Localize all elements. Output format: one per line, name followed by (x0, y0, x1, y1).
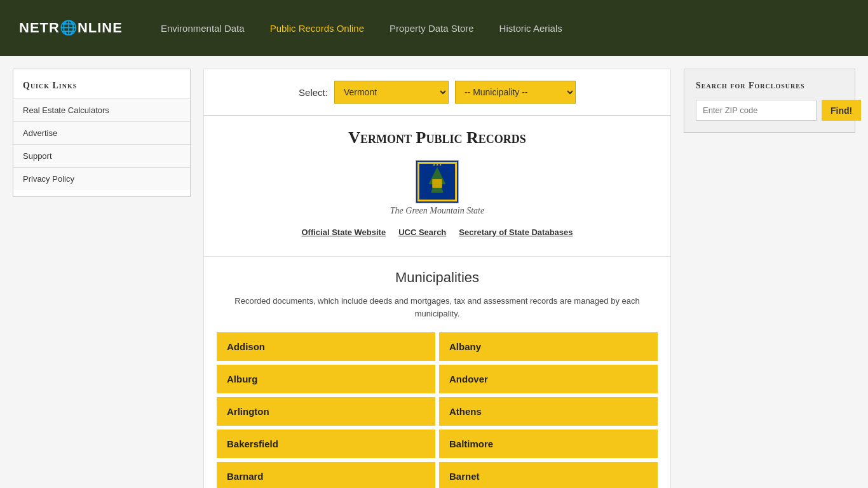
sidebar-item-advertise[interactable]: Advertise (13, 121, 190, 144)
main-content: Select: Vermont -- Municipality -- Vermo… (203, 69, 671, 488)
muni-albany[interactable]: Albany (439, 332, 658, 361)
nav-property-data-store[interactable]: Property Data Store (390, 23, 474, 34)
foreclosure-box: Search for Forclosures Find! (684, 69, 855, 133)
globe-icon: 🌐 (60, 20, 78, 36)
svg-rect-4 (417, 162, 419, 201)
ucc-search-link[interactable]: UCC Search (398, 227, 446, 237)
municipalities-title: Municipalities (217, 269, 658, 286)
foreclosure-title: Search for Forclosures (696, 81, 843, 91)
sidebar-item-real-estate-calculators[interactable]: Real Estate Calculators (13, 98, 190, 121)
left-sidebar: Quick Links Real Estate Calculators Adve… (13, 69, 191, 488)
state-info: Vermont Public Records ★ ★ ★ The Green M… (204, 116, 670, 256)
sidebar-item-privacy-policy[interactable]: Privacy Policy (13, 167, 190, 190)
muni-athens[interactable]: Athens (439, 397, 658, 426)
state-select[interactable]: Vermont (334, 81, 449, 104)
sidebar-item-support[interactable]: Support (13, 144, 190, 167)
state-links: Official State Website UCC Search Secret… (217, 227, 658, 237)
svg-rect-7 (432, 179, 442, 188)
muni-bakersfield[interactable]: Bakersfield (217, 430, 435, 458)
select-label: Select: (299, 87, 328, 98)
quick-links-box: Quick Links Real Estate Calculators Adve… (13, 69, 191, 197)
state-nickname: The Green Mountain State (217, 206, 658, 216)
municipalities-section: Municipalities Recorded documents, which… (204, 256, 670, 488)
svg-rect-3 (417, 200, 457, 201)
svg-text:★ ★ ★: ★ ★ ★ (433, 163, 442, 166)
right-sidebar: Search for Forclosures Find! (684, 69, 855, 488)
page-body: Quick Links Real Estate Calculators Adve… (0, 56, 868, 488)
logo: NETR🌐NLINE (19, 20, 123, 36)
municipalities-description: Recorded documents, which include deeds … (217, 295, 658, 320)
secretary-of-state-link[interactable]: Secretary of State Databases (459, 227, 573, 237)
nav-historic-aerials[interactable]: Historic Aerials (499, 23, 562, 34)
nav-public-records[interactable]: Public Records Online (270, 23, 364, 34)
muni-andover[interactable]: Andover (439, 365, 658, 393)
quick-links-title: Quick Links (13, 76, 190, 98)
muni-alburg[interactable]: Alburg (217, 365, 435, 393)
zip-input[interactable] (696, 100, 817, 121)
find-button[interactable]: Find! (822, 100, 861, 121)
state-flag: ★ ★ ★ (416, 160, 459, 203)
muni-baltimore[interactable]: Baltimore (439, 430, 658, 458)
muni-arlington[interactable]: Arlington (217, 397, 435, 426)
muni-barnard[interactable]: Barnard (217, 462, 435, 488)
main-nav: Environmental Data Public Records Online… (161, 23, 562, 34)
muni-barnet[interactable]: Barnet (439, 462, 658, 488)
official-state-website-link[interactable]: Official State Website (301, 227, 386, 237)
municipalities-grid: Addison Albany Alburg Andover Arlington … (217, 332, 658, 488)
nav-environmental-data[interactable]: Environmental Data (161, 23, 245, 34)
municipality-select[interactable]: -- Municipality -- (455, 81, 576, 104)
state-title: Vermont Public Records (217, 128, 658, 147)
foreclosure-input-row: Find! (696, 100, 843, 121)
muni-addison[interactable]: Addison (217, 332, 435, 361)
header: NETR🌐NLINE Environmental Data Public Rec… (0, 0, 868, 56)
svg-rect-5 (455, 162, 457, 201)
select-bar: Select: Vermont -- Municipality -- (204, 69, 670, 116)
